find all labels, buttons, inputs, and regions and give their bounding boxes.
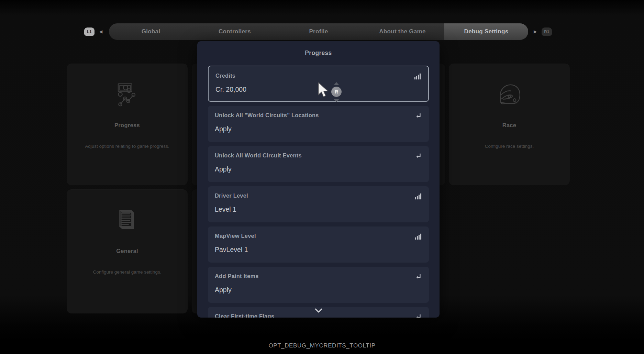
settings-tab-bar: Global Controllers Profile About the Gam… — [109, 23, 528, 40]
nav-previous-arrow-icon: ◀ — [99, 29, 102, 34]
option-value: Apply — [215, 286, 232, 294]
option-row-add-paint-items[interactable]: Add Paint Items Apply — [208, 267, 429, 303]
return-arrow-icon — [414, 273, 422, 280]
progress-graph-icon — [67, 80, 188, 112]
scroll-down-chevron-icon[interactable] — [197, 308, 440, 313]
category-card-race[interactable]: Race Configure race settings. — [449, 64, 570, 185]
l1-shoulder-button[interactable]: L1 — [84, 27, 95, 36]
option-value: Apply — [215, 165, 232, 173]
tab-global[interactable]: Global — [109, 23, 193, 40]
option-label: Add Paint Items — [215, 273, 259, 279]
tooltip-text: OPT_DEBUG_MYCREDITS_TOOLTIP — [0, 342, 644, 349]
option-label: Driver Level — [215, 192, 248, 199]
stat-bars-icon — [414, 192, 422, 200]
option-list: Credits Cr. 20,000 Unlock All "World Cir… — [208, 66, 429, 318]
option-value: Apply — [215, 125, 232, 133]
option-label: MapView Level — [215, 233, 256, 239]
option-row-unlock-world-circuit-events[interactable]: Unlock All World Circuit Events Apply — [208, 146, 429, 182]
card-description: Configure race settings. — [460, 143, 558, 150]
option-label: Clear First-time Flags — [215, 313, 274, 318]
stat-bars-icon — [414, 233, 422, 240]
return-arrow-icon — [414, 152, 422, 160]
settings-screen: L1 ◀ Global Controllers Profile About th… — [0, 0, 644, 354]
option-value: Level 1 — [215, 206, 236, 213]
tab-profile[interactable]: Profile — [277, 23, 360, 40]
r-stick-button[interactable]: R — [331, 87, 342, 97]
card-description: Adjust options relating to game progress… — [78, 143, 176, 150]
value-spinner[interactable]: R — [329, 81, 344, 103]
option-value: Cr. 20,000 — [215, 86, 246, 93]
dialog-title: Progress — [197, 49, 440, 57]
card-title: General — [67, 248, 188, 254]
stat-bars-icon — [414, 73, 421, 80]
tab-about-the-game[interactable]: About the Game — [360, 23, 444, 40]
nav-next-arrow-icon: ▶ — [534, 29, 537, 34]
card-title: Race — [449, 122, 570, 129]
option-row-driver-level[interactable]: Driver Level Level 1 — [208, 186, 429, 222]
category-card-progress[interactable]: Progress Adjust options relating to game… — [67, 64, 188, 185]
tab-debug-settings[interactable]: Debug Settings — [444, 23, 528, 40]
r1-shoulder-button[interactable]: R1 — [542, 27, 552, 36]
card-title: Progress — [67, 122, 188, 129]
spinner-down-arrow-icon — [334, 99, 339, 102]
return-arrow-icon — [414, 112, 422, 120]
card-description: Configure general game settings. — [78, 268, 176, 276]
return-arrow-icon — [414, 313, 422, 318]
option-value: PavLevel 1 — [215, 246, 248, 254]
option-row-mapview-level[interactable]: MapView Level PavLevel 1 — [208, 226, 429, 263]
option-label: Unlock All "World Circuits" Locations — [215, 112, 319, 119]
option-label: Credits — [215, 73, 235, 79]
category-card-general[interactable]: General Configure general game settings. — [67, 189, 188, 313]
tab-controllers[interactable]: Controllers — [193, 23, 277, 40]
spinner-up-arrow-icon — [334, 82, 339, 85]
option-row-unlock-world-circuits-locations[interactable]: Unlock All "World Circuits" Locations Ap… — [208, 106, 429, 142]
documents-icon — [67, 206, 188, 237]
racing-helmet-icon — [449, 80, 570, 112]
option-label: Unlock All World Circuit Events — [215, 152, 302, 159]
mouse-cursor — [318, 82, 330, 100]
